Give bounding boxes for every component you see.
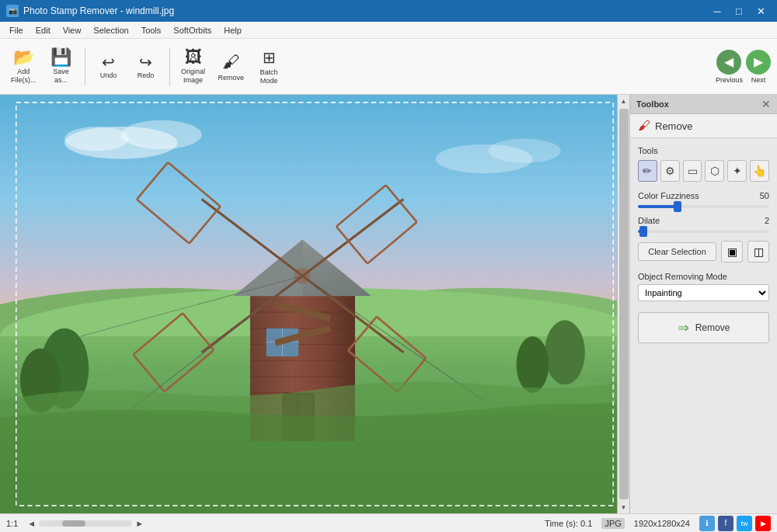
next-button[interactable]: ▶ bbox=[746, 50, 771, 75]
status-right-section: Time (s): 0.1 JPG 1920x1280x24 ℹ f tw ▶ bbox=[545, 516, 771, 531]
title-bar: 📷 Photo Stamp Remover - windmill.jpg ─ □… bbox=[0, 0, 777, 22]
object-removing-mode-label: Object Removing Mode bbox=[638, 272, 769, 281]
undo-icon: ↩ bbox=[102, 54, 115, 70]
horizontal-scrollbar-thumb[interactable] bbox=[62, 520, 85, 527]
app-icon: 📷 bbox=[6, 5, 19, 17]
dimensions-display: 1920x1280x24 bbox=[634, 519, 690, 528]
horizontal-scrollbar-track[interactable] bbox=[39, 520, 132, 527]
scroll-right-button[interactable]: ► bbox=[135, 519, 144, 528]
redo-icon: ↪ bbox=[139, 54, 152, 70]
dilate-thumb[interactable] bbox=[639, 226, 647, 237]
dilate-value: 2 bbox=[765, 216, 769, 225]
menu-file[interactable]: File bbox=[3, 24, 30, 37]
svg-point-5 bbox=[488, 139, 560, 163]
menu-softorbits[interactable]: SoftOrbits bbox=[167, 24, 218, 37]
brush-tool-button[interactable]: ✏ bbox=[638, 160, 657, 182]
status-icons-group: ℹ f tw ▶ bbox=[699, 516, 771, 531]
magic-wand-tool-button[interactable]: ✦ bbox=[727, 160, 747, 182]
save-as-button[interactable]: 💾 Saveas... bbox=[44, 46, 78, 88]
rect-select-tool-button[interactable]: ▭ bbox=[683, 160, 702, 182]
original-image-label: OriginalImage bbox=[181, 68, 205, 85]
eraser-icon: 🖌 bbox=[638, 119, 650, 133]
redo-button[interactable]: ↪ Redo bbox=[129, 51, 163, 82]
remove-section-header: 🖌 Remove bbox=[630, 114, 777, 138]
vertical-scrollbar[interactable]: ▲ ▼ bbox=[617, 95, 629, 513]
scroll-down-button[interactable]: ▼ bbox=[618, 501, 630, 513]
color-fuzziness-thumb[interactable] bbox=[674, 201, 681, 212]
remove-section-title: Remove bbox=[655, 120, 692, 132]
info-icon-button[interactable]: ℹ bbox=[699, 516, 715, 531]
dilate-row: Dilate 2 bbox=[638, 216, 769, 233]
menu-tools[interactable]: Tools bbox=[135, 24, 168, 37]
object-removing-mode-select[interactable]: Inpainting Content Aware Fill Blur bbox=[638, 284, 769, 301]
add-files-button[interactable]: 📂 AddFile(s)... bbox=[6, 46, 41, 88]
window-title: Photo Stamp Remover - windmill.jpg bbox=[23, 5, 174, 16]
toolbox-close-button[interactable]: ✕ bbox=[761, 98, 771, 110]
save-as-label: Saveas... bbox=[53, 68, 69, 85]
toolbox-body: Tools ✏ ⚙ ▭ ⬡ ✦ 👆 Color Fuzziness 50 bbox=[630, 138, 777, 513]
svg-point-3 bbox=[64, 127, 129, 151]
tools-section-label: Tools bbox=[638, 146, 769, 155]
minimize-button[interactable]: ─ bbox=[707, 2, 727, 19]
zoom-value: 1:1 bbox=[6, 519, 18, 528]
stamp-tool-button[interactable]: 👆 bbox=[750, 160, 769, 182]
svg-point-43 bbox=[545, 320, 585, 384]
menu-help[interactable]: Help bbox=[218, 24, 248, 37]
dilate-track[interactable] bbox=[638, 230, 769, 233]
color-fuzziness-value: 50 bbox=[760, 191, 769, 200]
next-label: Next bbox=[751, 76, 766, 84]
remove-label: Remove bbox=[218, 74, 245, 82]
batch-mode-button[interactable]: ⊞ BatchMode bbox=[252, 45, 286, 89]
original-image-button[interactable]: 🖼 OriginalImage bbox=[176, 46, 211, 88]
format-display: JPG bbox=[601, 518, 624, 529]
undo-label: Undo bbox=[100, 71, 117, 79]
menu-selection[interactable]: Selection bbox=[87, 24, 134, 37]
texture-tool-button[interactable]: ⚙ bbox=[660, 160, 680, 182]
menu-view[interactable]: View bbox=[57, 24, 88, 37]
color-fuzziness-row: Color Fuzziness 50 bbox=[638, 191, 769, 208]
select-all-button[interactable]: ▣ bbox=[721, 241, 743, 263]
svg-point-44 bbox=[517, 336, 549, 393]
scroll-up-button[interactable]: ▲ bbox=[618, 95, 630, 107]
close-button[interactable]: ✕ bbox=[751, 2, 771, 19]
scroll-left-button[interactable]: ◄ bbox=[27, 519, 36, 528]
zoom-display: 1:1 bbox=[6, 519, 18, 528]
twitter-icon-button[interactable]: tw bbox=[737, 516, 752, 531]
add-files-label: AddFile(s)... bbox=[11, 68, 37, 85]
status-bar: 1:1 ◄ ► Time (s): 0.1 JPG 1920x1280x24 ℹ… bbox=[0, 513, 777, 532]
clear-selection-row: Clear Selection ▣ ◫ bbox=[638, 241, 769, 263]
remove-icon: 🖌 bbox=[222, 52, 239, 72]
original-image-icon: 🖼 bbox=[185, 49, 202, 66]
toolbar: 📂 AddFile(s)... 💾 Saveas... ↩ Undo ↪ Red… bbox=[0, 39, 777, 95]
restore-button[interactable]: □ bbox=[729, 2, 749, 19]
color-fuzziness-track[interactable] bbox=[638, 205, 769, 208]
color-fuzziness-fill bbox=[638, 205, 678, 208]
menu-edit[interactable]: Edit bbox=[30, 24, 57, 37]
scroll-thumb-vertical[interactable] bbox=[619, 109, 629, 499]
color-fuzziness-label: Color Fuzziness bbox=[638, 191, 699, 200]
facebook-icon-button[interactable]: f bbox=[718, 516, 733, 531]
batch-mode-icon: ⊞ bbox=[263, 48, 276, 67]
image-canvas bbox=[0, 95, 629, 513]
canvas-area[interactable]: ▲ ▼ bbox=[0, 95, 629, 513]
previous-button[interactable]: ◀ bbox=[716, 50, 741, 75]
lasso-tool-button[interactable]: ⬡ bbox=[705, 160, 724, 182]
save-as-icon: 💾 bbox=[51, 49, 71, 66]
undo-button[interactable]: ↩ Undo bbox=[92, 51, 126, 82]
toolbox-title: Toolbox bbox=[636, 99, 669, 109]
dilate-label: Dilate bbox=[638, 216, 660, 225]
horizontal-scroll-area[interactable]: ◄ ► bbox=[27, 519, 535, 528]
toolbar-sep-2 bbox=[169, 47, 170, 86]
remove-button[interactable]: 🖌 Remove bbox=[214, 49, 249, 85]
remove-arrows-icon: ⇒ bbox=[678, 319, 689, 336]
clear-selection-button[interactable]: Clear Selection bbox=[638, 242, 716, 261]
youtube-icon-button[interactable]: ▶ bbox=[755, 516, 771, 531]
toolbox-panel: Toolbox ✕ 🖌 Remove Tools ✏ ⚙ ▭ ⬡ ✦ 👆 Col… bbox=[629, 95, 777, 513]
toolbox-header: Toolbox ✕ bbox=[630, 95, 777, 114]
invert-selection-button[interactable]: ◫ bbox=[747, 241, 769, 263]
time-display: Time (s): 0.1 bbox=[545, 519, 592, 528]
svg-point-2 bbox=[121, 120, 202, 149]
add-files-icon: 📂 bbox=[13, 49, 34, 66]
remove-action-button[interactable]: ⇒ Remove bbox=[638, 312, 769, 343]
previous-label: Previous bbox=[716, 76, 743, 84]
